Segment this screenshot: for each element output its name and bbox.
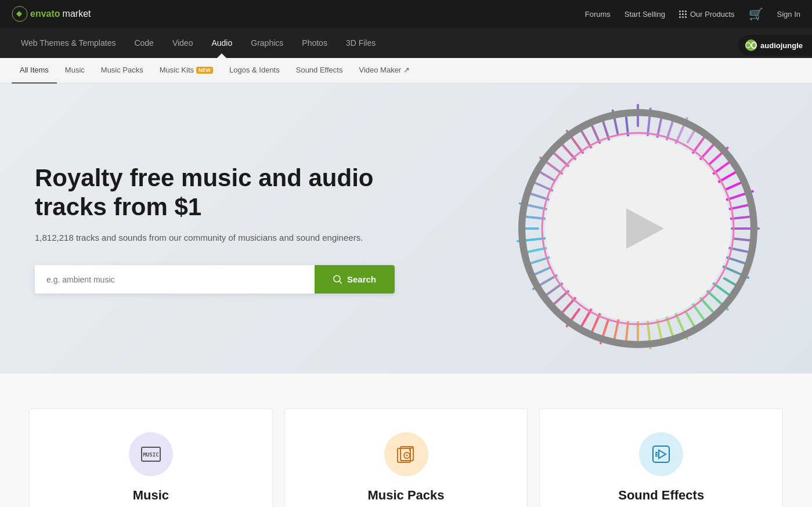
subnav-video-maker[interactable]: Video Maker ↗ [351,58,417,84]
audiojungle-label: audiojungle [760,41,803,50]
new-badge: NEW [196,67,213,74]
svg-line-75 [410,448,413,448]
sound-wave-svg [510,101,766,356]
search-button[interactable]: Search [315,265,395,294]
svg-rect-32 [655,316,663,342]
subnav-music-kits[interactable]: Music Kits NEW [151,58,221,84]
grid-icon [679,10,687,18]
main-navigation: Web Themes & Templates Code Video Audio … [0,28,812,58]
category-card-sound-effects: Sound Effects All the Sound Effects for … [539,408,783,507]
hero-visual [510,101,766,356]
logo-envato: envato [30,9,60,19]
site-logo[interactable]: envatomarket [12,6,91,22]
svg-point-1 [746,43,751,48]
our-products-label: Our Products [690,10,735,19]
subnav-all-items[interactable]: All Items [12,58,57,84]
music-category-icon: MUSIC [129,432,173,476]
music-packs-category-title: Music Packs [302,488,510,503]
nav-3d-files[interactable]: 3D Files [337,28,385,58]
svg-text:MUSIC: MUSIC [143,452,158,458]
top-nav-right: Forums Start Selling Our Products 🛒 Sign… [585,7,800,21]
nav-photos[interactable]: Photos [293,28,337,58]
start-selling-link[interactable]: Start Selling [625,10,665,19]
logo-market: market [63,9,91,19]
hero-content: Royalty free music and audio tracks from… [35,164,395,294]
top-navigation: envatomarket Forums Start Selling Our Pr… [0,0,812,28]
nav-web-themes[interactable]: Web Themes & Templates [12,28,125,58]
subnav-sound-effects[interactable]: Sound Effects [288,58,351,84]
category-card-music-packs: Music Packs Different tracks related to … [284,408,528,507]
forums-link[interactable]: Forums [585,10,611,19]
sound-effects-category-icon [639,432,683,476]
sign-in-button[interactable]: Sign In [777,10,800,19]
search-input[interactable] [35,265,315,294]
sound-effects-category-title: Sound Effects [557,488,765,503]
hero-section: Royalty free music and audio tracks from… [0,84,812,374]
nav-graphics[interactable]: Graphics [241,28,293,58]
hero-title: Royalty free music and audio tracks from… [35,164,395,222]
cart-icon[interactable]: 🛒 [749,7,763,21]
categories-section: MUSIC Music Royalty-free music clips for… [0,374,812,507]
main-nav-links: Web Themes & Templates Code Video Audio … [12,28,385,58]
svg-point-73 [406,455,407,457]
nav-audio[interactable]: Audio [202,28,241,58]
search-button-label: Search [347,274,376,284]
our-products-button[interactable]: Our Products [679,10,735,19]
hero-subtitle: 1,812,218 tracks and sounds from our com… [35,231,395,245]
sub-navigation: All Items Music Music Packs Music Kits N… [0,58,812,84]
subnav-logos-idents[interactable]: Logos & Idents [221,58,288,84]
search-bar: Search [35,265,395,294]
svg-marker-77 [659,450,666,458]
music-category-title: Music [47,488,255,503]
category-card-music: MUSIC Music Royalty-free music clips for… [29,408,273,507]
audiojungle-badge[interactable]: audiojungle [738,35,812,56]
audiojungle-logo-icon [745,39,757,51]
search-icon [333,275,342,284]
nav-code[interactable]: Code [125,28,163,58]
svg-line-3 [339,281,341,283]
music-packs-category-icon [384,432,428,476]
subnav-music-packs[interactable]: Music Packs [93,58,151,84]
subnav-music[interactable]: Music [57,58,93,84]
nav-video[interactable]: Video [163,28,203,58]
